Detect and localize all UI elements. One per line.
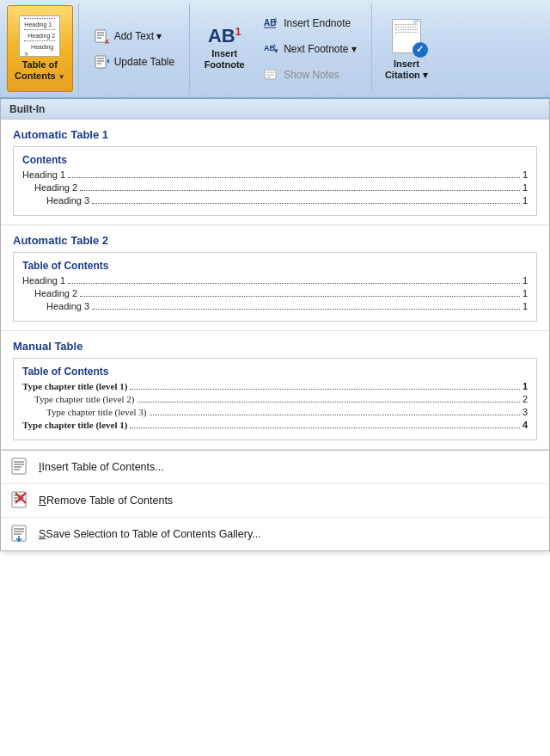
save-toc-menu-item[interactable]: SSave Selection to Table of Contents Gal… bbox=[1, 518, 549, 550]
update-table-button[interactable]: Update Table bbox=[88, 50, 181, 74]
ribbon-group-text: A Add Text ▾ Update Table bbox=[79, 3, 191, 94]
svg-rect-5 bbox=[95, 56, 106, 68]
add-text-button[interactable]: A Add Text ▾ bbox=[88, 24, 181, 48]
remove-toc-menu-item[interactable]: RRemove Table of Contents bbox=[1, 484, 549, 518]
toc-dropdown-arrow: ▼ bbox=[58, 73, 65, 81]
toc-row-h1-auto1: Heading 1 1 bbox=[22, 169, 528, 181]
toc-dropdown-panel: Built-In Automatic Table 1 Contents Head… bbox=[0, 99, 550, 551]
remove-toc-icon bbox=[11, 491, 30, 510]
show-notes-icon bbox=[263, 66, 280, 83]
svg-text:A: A bbox=[105, 39, 109, 44]
toc-row-ch3-manual: Type chapter title (level 3) 3 bbox=[22, 407, 528, 418]
auto-table-1-preview: Contents Heading 1 1 Heading 2 1 Heading… bbox=[13, 146, 537, 216]
toc-icon-inner: Contents Heading 1 Heading 2 Heading 3 bbox=[24, 15, 55, 57]
next-footnote-button[interactable]: AB 1 ▾ Next Footnote ▾ bbox=[257, 37, 363, 61]
ribbon-group-citation: ✓ Insert Citation ▾ bbox=[372, 3, 441, 94]
insert-citation-button[interactable]: ✓ Insert Citation ▾ bbox=[377, 5, 436, 92]
citation-check-icon: ✓ bbox=[412, 42, 428, 58]
insert-toc-icon bbox=[11, 458, 30, 476]
auto-table-2-preview-title: Table of Contents bbox=[22, 260, 528, 272]
footnote-ab1-icon: AB1 bbox=[208, 27, 241, 46]
next-footnote-icon: AB 1 ▾ bbox=[263, 40, 280, 58]
insert-footnote-label: Insert Footnote bbox=[205, 48, 245, 71]
manual-table-preview-title: Table of Contents bbox=[22, 366, 528, 378]
auto-table-2-title: Automatic Table 2 bbox=[13, 234, 537, 247]
auto-table-1-title: Automatic Table 1 bbox=[13, 128, 537, 141]
toc-row-ch2-manual: Type chapter title (level 2) 2 bbox=[22, 394, 528, 405]
auto-table-2-item[interactable]: Automatic Table 2 Table of Contents Head… bbox=[1, 225, 549, 331]
dropdown-section-header: Built-In bbox=[1, 99, 549, 120]
remove-toc-label: RRemove Table of Contents bbox=[39, 495, 173, 507]
save-toc-label: SSave Selection to Table of Contents Gal… bbox=[39, 528, 261, 540]
ribbon-group-footnote: AB1 Insert Footnote AB 1 Insert Endnote bbox=[190, 3, 372, 94]
toc-row-h3-auto1: Heading 3 1 bbox=[22, 195, 528, 206]
show-notes-button[interactable]: Show Notes bbox=[257, 63, 363, 87]
ribbon-stack-text: A Add Text ▾ Update Table bbox=[84, 5, 185, 92]
auto-table-1-preview-title: Contents bbox=[22, 154, 528, 166]
insert-endnote-icon: AB 1 bbox=[263, 15, 280, 32]
toc-row-ch1-manual: Type chapter title (level 1) 1 bbox=[22, 381, 528, 392]
svg-text:1: 1 bbox=[274, 17, 278, 23]
ribbon-stack-footnote: AB 1 Insert Endnote AB 1 ▾ Next Footnote… bbox=[254, 5, 366, 92]
toc-row-h1-auto2: Heading 1 1 bbox=[22, 275, 528, 286]
svg-rect-19 bbox=[12, 458, 26, 474]
update-table-icon bbox=[94, 53, 111, 71]
auto-table-1-item[interactable]: Automatic Table 1 Contents Heading 1 1 H… bbox=[1, 120, 549, 225]
insert-citation-label: Insert Citation ▾ bbox=[385, 58, 428, 81]
auto-table-2-preview: Table of Contents Heading 1 1 Heading 2 … bbox=[13, 252, 537, 322]
insert-toc-menu-item[interactable]: IInsert Table of Contents... bbox=[1, 451, 549, 484]
save-toc-icon bbox=[11, 525, 30, 544]
ribbon-group-toc: Contents Heading 1 Heading 2 Heading 3 T… bbox=[2, 3, 79, 94]
toc-row-h2-auto2: Heading 2 1 bbox=[22, 288, 528, 299]
manual-table-item[interactable]: Manual Table Table of Contents Type chap… bbox=[1, 331, 549, 450]
add-text-icon: A bbox=[94, 28, 111, 45]
manual-table-title: Manual Table bbox=[13, 340, 537, 353]
toc-row-ch1b-manual: Type chapter title (level 1) 4 bbox=[22, 420, 528, 431]
toc-icon: Contents Heading 1 Heading 2 Heading 3 bbox=[19, 15, 60, 57]
svg-text:▾: ▾ bbox=[274, 46, 278, 55]
toc-button-label: Table of Contents ▼ bbox=[15, 59, 65, 82]
insert-endnote-button[interactable]: AB 1 Insert Endnote bbox=[257, 11, 363, 35]
manual-table-preview: Table of Contents Type chapter title (le… bbox=[13, 358, 537, 440]
toc-row-h3-auto2: Heading 3 1 bbox=[22, 301, 528, 312]
dropdown-footer: IInsert Table of Contents... RRemove Tab… bbox=[1, 450, 549, 550]
insert-footnote-button[interactable]: AB1 Insert Footnote bbox=[195, 5, 254, 92]
ribbon: Contents Heading 1 Heading 2 Heading 3 T… bbox=[0, 0, 550, 99]
citation-icon: ✓ bbox=[387, 16, 426, 56]
toc-row-h2-auto1: Heading 2 1 bbox=[22, 182, 528, 194]
insert-toc-label: IInsert Table of Contents... bbox=[39, 461, 164, 473]
table-of-contents-button[interactable]: Contents Heading 1 Heading 2 Heading 3 T… bbox=[7, 5, 73, 92]
